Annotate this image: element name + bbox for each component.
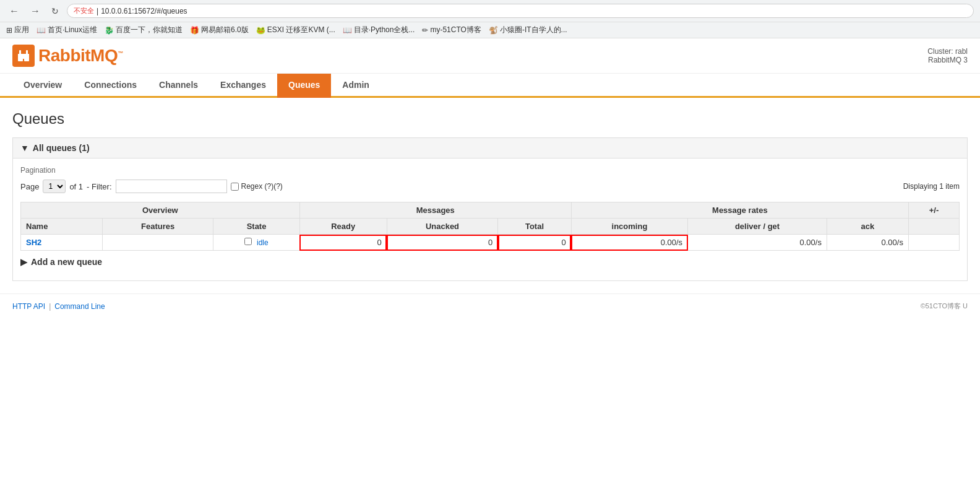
bookmarks-bar: ⊞ 应用 📖 首页·Linux运维 🐉 百度一下，你就知道 🎁 网易邮箱6.0版… [0,22,980,38]
back-button[interactable]: ← [6,4,22,18]
col-empty [908,219,959,235]
state-checkbox[interactable] [244,238,252,245]
state-idle-link[interactable]: idle [257,238,269,247]
bookmark-linux[interactable]: 📖 首页·Linux运维 [37,25,97,35]
group-header-plus-minus: +/- [908,202,959,219]
http-api-link[interactable]: HTTP API [12,302,45,311]
col-ready: Ready [299,219,387,235]
cluster-info: Cluster: rabl RabbitMQ 3 [927,47,968,64]
nav-exchanges[interactable]: Exchanges [209,74,277,98]
page-label: Page [20,182,39,191]
logo-tm: ™ [118,50,123,56]
bookmark-email[interactable]: 🎁 网易邮箱6.0版 [190,25,249,35]
regex-checkbox[interactable] [231,183,239,191]
edit-icon: ✏ [422,26,428,35]
group-header-messages: Messages [299,202,571,219]
bookmark-baidu-label: 百度一下，你就知道 [116,25,183,35]
nav-queues[interactable]: Queues [277,74,331,98]
group-header-overview: Overview [21,202,300,219]
esxi-icon: 🐸 [256,26,265,35]
bookmark-esxi[interactable]: 🐸 ESXI 迁移至KVM (... [256,25,335,35]
col-deliver-get: deliver / get [688,219,827,235]
col-header-row: Name Features State Ready Unacked Total … [21,219,960,235]
add-queue-section[interactable]: ▶ Add a new queue [20,251,960,273]
nav-channels[interactable]: Channels [148,74,209,98]
col-ack: ack [827,219,908,235]
collapse-icon: ▼ [20,143,29,153]
group-header-message-rates: Message rates [571,202,908,219]
svg-rect-4 [18,54,29,59]
footer-sep: | [49,302,51,311]
col-features: Features [103,219,213,235]
book-icon-2: 📖 [343,26,352,35]
col-incoming: incoming [571,219,687,235]
queue-name-cell: SH2 [21,235,103,251]
bookmark-baidu[interactable]: 🐉 百度一下，你就知道 [105,25,183,35]
bookmark-apps[interactable]: ⊞ 应用 [6,25,29,35]
bookmark-python-label: 目录·Python全栈... [354,25,415,35]
logo-icon [12,45,35,67]
all-queues-section-body: Pagination Page 1 of 1 - Filter: Regex (… [12,158,968,281]
email-icon: 🎁 [190,26,199,35]
regex-label: Regex (?)(?) [231,182,283,191]
bookmark-monkey[interactable]: 🐒 小猿圈-IT自学人的... [489,25,567,35]
footer: HTTP API | Command Line ©51CTO博客 U [0,293,980,318]
add-queue-arrow: ▶ [20,257,27,267]
forward-button[interactable]: → [27,4,43,18]
queue-state-cell: idle [213,235,299,251]
pagination-row: Page 1 of 1 - Filter: Regex (?)(?) Displ… [20,180,960,193]
queues-table: Overview Messages Message rates +/- Name… [20,202,960,251]
nav-overview[interactable]: Overview [12,74,73,98]
bookmark-apps-label: 应用 [14,25,29,35]
monkey-icon: 🐒 [489,26,498,35]
queue-incoming-cell: 0.00/s [571,235,687,251]
regex-text: Regex (?)(?) [241,182,283,191]
page-title: Queues [12,110,968,128]
all-queues-title: All queues (1) [33,143,90,153]
filter-input[interactable] [116,180,227,193]
command-line-link[interactable]: Command Line [54,302,105,311]
nav-admin[interactable]: Admin [331,74,380,98]
footer-copyright: ©51CTO博客 U [921,302,968,311]
bookmark-51cto[interactable]: ✏ my-51CTO博客 [422,25,481,35]
logo-rabbit: Rabbit [38,46,90,65]
baidu-icon: 🐉 [105,26,114,35]
col-name: Name [21,219,103,235]
version-label: RabbitMQ 3 [927,56,968,64]
bookmark-python[interactable]: 📖 目录·Python全栈... [343,25,415,35]
pagination-label: Pagination [20,166,960,175]
logo-text: RabbitMQ™ [38,46,123,66]
queue-extra-cell [908,235,959,251]
displaying-info: Displaying 1 item [903,182,960,191]
table-row: SH2 idle 0 0 0 0.00/s 0.00/s 0.00/s [21,235,960,251]
filter-label: - Filter: [87,182,111,191]
insecure-label: 不安全 [74,6,94,15]
col-total: Total [498,219,572,235]
page-select[interactable]: 1 [43,180,66,193]
all-queues-section-header[interactable]: ▼ All queues (1) [12,137,968,158]
nav-connections[interactable]: Connections [73,74,148,98]
book-icon-1: 📖 [37,26,46,35]
add-queue-label: Add a new queue [31,257,102,267]
col-unacked: Unacked [387,219,497,235]
of-label: of 1 [69,182,83,191]
bookmark-monkey-label: 小猿圈-IT自学人的... [500,25,567,35]
queue-deliver-cell: 0.00/s [688,235,827,251]
app-header: RabbitMQ™ Cluster: rabl RabbitMQ 3 [0,38,980,74]
rabbit-icon [17,49,30,63]
queue-features-cell [103,235,213,251]
bookmark-esxi-label: ESXI 迁移至KVM (... [267,25,335,35]
nav-bar: Overview Connections Channels Exchanges … [0,74,980,98]
cluster-label: Cluster: rabl [927,47,968,56]
queue-name-link[interactable]: SH2 [26,238,41,247]
logo-mq: MQ [90,46,118,65]
reload-button[interactable]: ↻ [48,5,62,17]
main-content: Queues ▼ All queues (1) Pagination Page … [0,98,980,293]
url-bar[interactable]: 不安全 | 10.0.0.61:15672/#/queues [67,4,974,18]
queue-ack-cell: 0.00/s [827,235,908,251]
logo: RabbitMQ™ [12,45,123,67]
queue-unacked-cell: 0 [387,235,497,251]
queue-total-cell: 0 [498,235,572,251]
bookmark-email-label: 网易邮箱6.0版 [201,25,249,35]
url-text: 10.0.0.61:15672/#/queues [101,7,187,15]
